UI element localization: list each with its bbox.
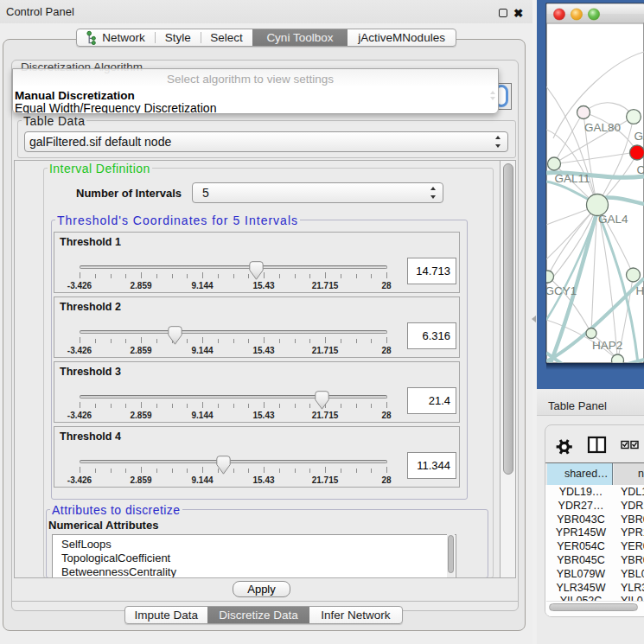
svg-text:H: H [636, 284, 644, 297]
svg-text:GAL80: GAL80 [584, 121, 621, 134]
svg-text:GCY1: GCY1 [545, 284, 577, 297]
svg-text:HAP2: HAP2 [592, 339, 622, 352]
svg-text:GA: GA [634, 130, 644, 143]
svg-text:C: C [637, 163, 644, 176]
svg-text:GAL11: GAL11 [555, 172, 590, 185]
svg-text:GAL4: GAL4 [598, 213, 628, 226]
